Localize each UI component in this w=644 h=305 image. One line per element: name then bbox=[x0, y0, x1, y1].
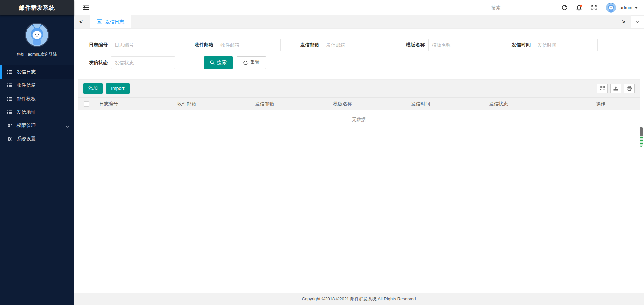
reset-button-label: 重置 bbox=[250, 60, 260, 66]
add-button[interactable]: 添加 bbox=[83, 83, 103, 94]
refresh-button[interactable] bbox=[559, 3, 570, 13]
page-content: 日志编号 收件邮箱 发信邮箱 模版名称 bbox=[74, 29, 644, 129]
table-card: 添加 Import bbox=[78, 79, 640, 129]
filter-row-1: 日志编号 收件邮箱 发信邮箱 模版名称 bbox=[87, 39, 635, 51]
table-header-row: 日志编号 收件邮箱 发信邮箱 模版名称 发信时间 发信状态 操作 bbox=[78, 97, 640, 110]
sidebar-item-inbox[interactable]: 收件信箱 bbox=[0, 79, 74, 92]
send-time-input[interactable] bbox=[534, 39, 598, 51]
chevron-down-icon bbox=[635, 21, 640, 23]
sidebar-item-label: 收件信箱 bbox=[17, 82, 36, 88]
select-all-cell bbox=[78, 98, 94, 110]
send-status-input[interactable] bbox=[111, 56, 175, 69]
field-label: 发信时间 bbox=[510, 42, 534, 48]
topbar-right: admin bbox=[491, 3, 638, 13]
column-header-log-id: 日志编号 bbox=[94, 98, 172, 110]
recipient-email-input[interactable] bbox=[217, 39, 281, 51]
field-recipient-email: 收件邮箱 bbox=[193, 39, 281, 51]
field-label: 发信邮箱 bbox=[298, 42, 323, 48]
chevron-down-icon bbox=[65, 124, 69, 129]
tab-operations-dropdown[interactable] bbox=[631, 15, 644, 28]
tab-scroll-left-button[interactable]: < bbox=[74, 15, 88, 28]
field-send-status: 发信状态 bbox=[87, 56, 175, 69]
field-template-name: 模版名称 bbox=[404, 39, 492, 51]
columns-grid-icon bbox=[600, 86, 605, 91]
import-button[interactable]: Import bbox=[106, 83, 130, 94]
sidebar-menu: 发信日志 收件信箱 bbox=[0, 65, 74, 146]
sidebar-item-label: 发信地址 bbox=[17, 109, 36, 115]
sidebar: 邮件群发系统 您好! admin,欢迎登陆 bbox=[0, 0, 74, 305]
column-header-template-name: 模版名称 bbox=[328, 98, 406, 110]
sidebar-item-label: 邮件模板 bbox=[17, 96, 36, 102]
topbar: admin bbox=[74, 0, 644, 15]
search-icon bbox=[210, 60, 215, 65]
field-label: 收件邮箱 bbox=[193, 42, 217, 48]
tab-send-log[interactable]: 发信日志 bbox=[90, 15, 131, 28]
username: admin bbox=[620, 5, 632, 10]
field-label: 模版名称 bbox=[404, 42, 428, 48]
app-logo-title: 邮件群发系统 bbox=[0, 0, 74, 15]
select-all-checkbox[interactable] bbox=[84, 101, 89, 107]
filter-card: 日志编号 收件邮箱 发信邮箱 模版名称 bbox=[78, 33, 640, 75]
table-toolbar: 添加 Import bbox=[78, 80, 640, 97]
user-menu[interactable]: admin bbox=[620, 5, 638, 10]
notification-badge bbox=[580, 5, 582, 7]
column-header-sender-email: 发信邮箱 bbox=[250, 98, 328, 110]
empty-data-text: 无数据 bbox=[78, 110, 640, 129]
column-header-recipient-email: 收件邮箱 bbox=[172, 98, 250, 110]
tab-label: 发信日志 bbox=[105, 19, 124, 25]
reset-button[interactable]: 重置 bbox=[237, 56, 266, 69]
sidebar-item-send-address[interactable]: 发信地址 bbox=[0, 106, 74, 119]
list-icon bbox=[7, 110, 13, 115]
main-area: admin < 发信日志 bbox=[74, 0, 644, 305]
search-button[interactable]: 搜索 bbox=[204, 56, 233, 69]
sidebar-item-system-settings[interactable]: 系统设置 bbox=[0, 132, 74, 146]
field-sender-email: 发信邮箱 bbox=[298, 39, 386, 51]
footer-copyright: Copyright ©2018-©2021 邮件群发系统 All Rights … bbox=[302, 296, 416, 302]
app-window: 邮件群发系统 您好! admin,欢迎登陆 bbox=[0, 0, 644, 305]
field-label: 日志编号 bbox=[87, 42, 111, 48]
printer-icon bbox=[627, 86, 632, 91]
footer: Copyright ©2018-©2021 邮件群发系统 All Rights … bbox=[74, 293, 644, 305]
sidebar-item-permissions[interactable]: 权限管理 bbox=[0, 119, 74, 132]
scrollbar-thumb[interactable] bbox=[640, 127, 643, 147]
reset-refresh-icon bbox=[243, 60, 248, 65]
table-tool-icons bbox=[594, 84, 635, 93]
mascot-avatar-icon bbox=[606, 3, 616, 13]
mascot-avatar-icon bbox=[26, 24, 48, 46]
export-icon bbox=[613, 86, 618, 91]
users-icon bbox=[7, 123, 13, 128]
column-header-actions: 操作 bbox=[562, 98, 640, 110]
template-name-input[interactable] bbox=[428, 39, 492, 51]
gear-icon bbox=[7, 136, 13, 142]
field-label: 发信状态 bbox=[87, 60, 111, 66]
menu-collapse-button[interactable] bbox=[82, 4, 90, 11]
sidebar-item-email-template[interactable]: 邮件模板 bbox=[0, 92, 74, 106]
list-icon bbox=[7, 69, 13, 75]
monitor-chart-icon bbox=[97, 19, 102, 24]
notifications-button[interactable] bbox=[574, 3, 585, 13]
field-log-id: 日志编号 bbox=[87, 39, 175, 51]
sidebar-item-send-log[interactable]: 发信日志 bbox=[0, 65, 74, 79]
tabbar: < 发信日志 > bbox=[74, 15, 644, 29]
header-search-input[interactable] bbox=[491, 5, 548, 10]
filter-columns-button[interactable] bbox=[597, 84, 608, 93]
sender-email-input[interactable] bbox=[323, 39, 386, 51]
caret-down-icon bbox=[635, 7, 638, 9]
welcome-text: 您好! admin,欢迎登陆 bbox=[0, 52, 74, 57]
tab-scroll-right-button[interactable]: > bbox=[616, 15, 631, 28]
tabbar-spacer bbox=[131, 15, 616, 28]
list-icon bbox=[7, 96, 13, 102]
print-button[interactable] bbox=[624, 84, 635, 93]
export-button[interactable] bbox=[610, 84, 621, 93]
column-header-send-time: 发信时间 bbox=[406, 98, 484, 110]
field-send-time: 发信时间 bbox=[510, 39, 598, 51]
sidebar-item-label: 系统设置 bbox=[17, 136, 36, 142]
sidebar-profile: 您好! admin,欢迎登陆 bbox=[0, 15, 74, 63]
column-header-send-status: 发信状态 bbox=[484, 98, 562, 110]
log-id-input[interactable] bbox=[111, 39, 175, 51]
user-avatar-large bbox=[25, 23, 49, 47]
fullscreen-button[interactable] bbox=[588, 3, 600, 13]
sidebar-item-label: 权限管理 bbox=[17, 123, 36, 129]
user-avatar[interactable] bbox=[606, 3, 616, 13]
search-button-label: 搜索 bbox=[217, 60, 227, 66]
